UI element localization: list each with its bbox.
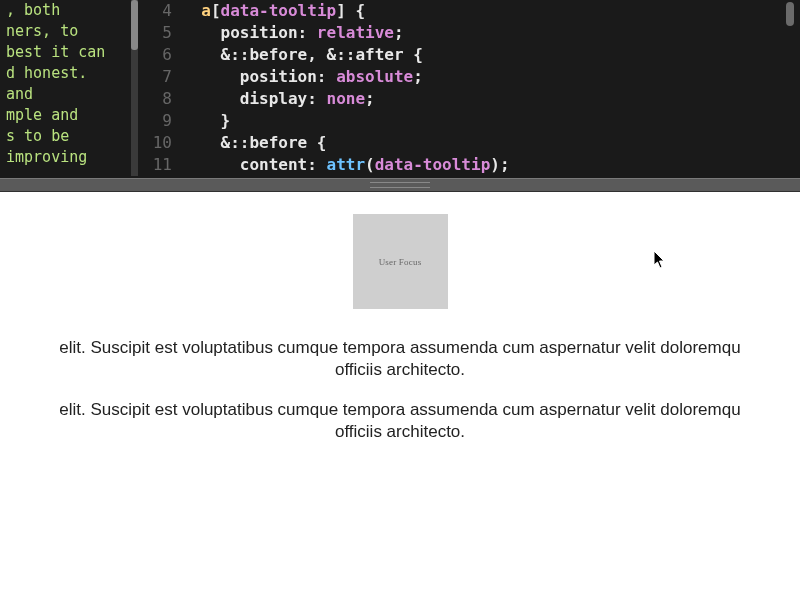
paragraph-1-line-2: officiis architecto. [0, 359, 800, 381]
line-gutter: 4567891011 [138, 0, 182, 176]
code-line[interactable]: } [182, 110, 800, 132]
line-number: 6 [138, 44, 172, 66]
line-number: 8 [138, 88, 172, 110]
left-pane-line: mple and [6, 105, 132, 126]
token-val: relative [317, 23, 394, 42]
line-number: 5 [138, 22, 172, 44]
token-punc: : [298, 23, 317, 42]
token-arg: data-tooltip [221, 1, 337, 20]
tooltip-thumbnail-label: User Focus [379, 257, 422, 267]
token-arg: data-tooltip [375, 155, 491, 174]
line-number: 11 [138, 154, 172, 176]
token-val: none [327, 89, 366, 108]
preview-pane: User Focus elit. Suscipit est voluptatib… [0, 192, 800, 600]
token-punc: [ [211, 1, 221, 20]
left-pane-line: , both [6, 0, 132, 21]
token-brace: &::before, &::after { [221, 45, 423, 64]
token-brace: { [346, 1, 365, 20]
code-editor[interactable]: 4567891011 a[data-tooltip] { position: r… [138, 0, 800, 178]
paragraph-1-line-1: elit. Suscipit est voluptatibus cumque t… [0, 337, 800, 359]
tooltip-thumbnail[interactable]: User Focus [353, 214, 448, 309]
left-scrollbar[interactable] [131, 0, 138, 176]
code-line[interactable]: &::before { [182, 132, 800, 154]
token-punc: : [317, 67, 336, 86]
token-punc: ) [490, 155, 500, 174]
token-punc: ] [336, 1, 346, 20]
left-pane-line: ners, to [6, 21, 132, 42]
paragraph-2-line-1: elit. Suscipit est voluptatibus cumque t… [0, 399, 800, 421]
code-line[interactable]: content: attr(data-tooltip); [182, 154, 800, 176]
line-number: 4 [138, 0, 172, 22]
token-brace: &::before { [221, 133, 327, 152]
left-pane: , bothners, tobest it cand honest.andmpl… [0, 0, 138, 178]
code-line[interactable]: a[data-tooltip] { [182, 0, 800, 22]
code-line[interactable]: position: relative; [182, 22, 800, 44]
token-punc: ; [500, 155, 510, 174]
paragraph-2-line-2: officiis architecto. [0, 421, 800, 443]
left-pane-line: and [6, 84, 132, 105]
token-punc: ; [413, 67, 423, 86]
left-pane-line: improving [6, 147, 132, 168]
code-line[interactable]: display: none; [182, 88, 800, 110]
left-pane-line: s to be [6, 126, 132, 147]
editor-split: , bothners, tobest it cand honest.andmpl… [0, 0, 800, 178]
pane-divider[interactable] [0, 178, 800, 192]
editor-scrollbar-thumb[interactable] [786, 2, 794, 26]
code-area[interactable]: a[data-tooltip] { position: relative; &:… [182, 0, 800, 176]
line-number: 10 [138, 132, 172, 154]
token-brace: } [221, 111, 231, 130]
token-prop: position [240, 67, 317, 86]
token-punc: ; [365, 89, 375, 108]
token-punc: : [307, 155, 326, 174]
left-pane-line: best it can [6, 42, 132, 63]
line-number: 9 [138, 110, 172, 132]
token-punc: ; [394, 23, 404, 42]
token-prop: position [221, 23, 298, 42]
code-line[interactable]: position: absolute; [182, 66, 800, 88]
left-scrollbar-thumb[interactable] [131, 0, 138, 50]
token-func: attr [327, 155, 366, 174]
token-punc: ( [365, 155, 375, 174]
token-sel: a [201, 1, 211, 20]
line-number: 7 [138, 66, 172, 88]
paragraph-2: elit. Suscipit est voluptatibus cumque t… [0, 399, 800, 443]
token-prop: content [240, 155, 307, 174]
token-val: absolute [336, 67, 413, 86]
code-line[interactable]: &::before, &::after { [182, 44, 800, 66]
token-prop: display [240, 89, 307, 108]
token-punc: : [307, 89, 326, 108]
left-pane-line: d honest. [6, 63, 132, 84]
paragraph-1: elit. Suscipit est voluptatibus cumque t… [0, 337, 800, 381]
